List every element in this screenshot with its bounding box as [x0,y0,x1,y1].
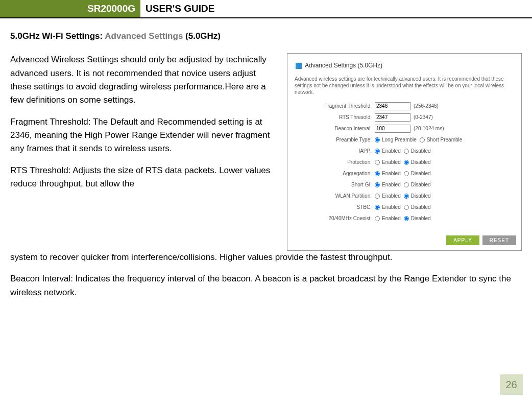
protection-disabled-radio[interactable] [404,160,409,165]
coexist-enabled-radio[interactable] [375,216,380,221]
panel-desc: Advanced wireless settings are for techn… [295,76,514,96]
stbc-enabled-radio[interactable] [375,205,380,210]
doc-header: SR20000G USER'S GUIDE [0,0,532,18]
iapp-disabled-radio[interactable] [404,149,409,154]
wlan-disabled-radio[interactable] [404,194,409,199]
rts-hint: (0-2347) [414,113,433,122]
shortgi-label: Short GI: [293,181,372,189]
stbc-disabled-radio[interactable] [404,205,409,210]
section-mid: Advanced Settings [105,31,183,41]
model-badge: SR20000G [0,0,140,17]
para-intro: Advanced Wireless Settings should only b… [10,53,279,107]
panel-title-text: Advanced Settings (5.0GHz) [305,61,382,70]
apply-button[interactable]: APPLY [446,235,479,245]
section-pre: 5.0GHz Wi-Fi Settings: [10,31,105,41]
settings-panel: Advanced Settings (5.0GHz) Advanced wire… [287,53,522,251]
wlan-label: WLAN Partition: [293,192,372,200]
wlan-enabled-radio[interactable] [375,194,380,199]
aggregation-enabled-radio[interactable] [375,171,380,176]
preamble-short-text: Short Preamble [427,136,462,144]
preamble-short-radio[interactable] [420,137,425,142]
fragment-hint: (256-2346) [414,102,439,110]
fragment-input[interactable] [375,102,410,110]
section-post: (5.0GHz) [183,31,221,41]
panel-marker-icon [296,63,302,69]
para-beacon: Beacon Interval: Indicates the frequency… [10,272,522,299]
beacon-input[interactable] [375,125,410,133]
stbc-label: STBC: [293,203,372,211]
protection-label: Protection: [293,158,372,167]
page-content: 5.0GHz Wi-Fi Settings: Advanced Settings… [0,18,532,299]
section-title: 5.0GHz Wi-Fi Settings: Advanced Settings… [10,30,522,43]
protection-enabled-radio[interactable] [375,160,380,165]
fragment-label: Fragment Threshold: [293,102,372,110]
preamble-long-text: Long Preamble [382,136,417,144]
page-number-box: 26 [500,374,523,395]
shortgi-enabled-radio[interactable] [375,182,380,187]
page-number: 26 [505,379,517,391]
reset-button[interactable]: RESET [482,235,516,245]
iapp-label: IAPP: [293,147,372,155]
rts-input[interactable] [375,113,410,122]
left-column: Advanced Wireless Settings should only b… [10,53,279,251]
preamble-label: Preamble Type: [293,136,372,144]
preamble-long-radio[interactable] [375,137,380,142]
beacon-hint: (20-1024 ms) [414,125,444,133]
doc-title: USER'S GUIDE [140,0,214,17]
rts-label: RTS Thresold: [293,113,372,122]
para-rts-b: system to recover quicker from interfere… [10,251,522,264]
para-fragment: Fragment Threshold: The Default and Reco… [10,115,279,156]
shortgi-disabled-radio[interactable] [404,182,409,187]
panel-title-row: Advanced Settings (5.0GHz) [296,61,516,70]
aggregation-disabled-radio[interactable] [404,171,409,176]
beacon-label: Beacon Interval: [293,125,372,133]
coexist-disabled-radio[interactable] [404,216,409,221]
aggregation-label: Aggregation: [293,170,372,178]
iapp-enabled-radio[interactable] [375,149,380,154]
coexist-label: 20/40MHz Coexist: [293,215,372,223]
para-rts-a: RTS Threshold: Adjusts the size of RTS d… [10,164,279,191]
